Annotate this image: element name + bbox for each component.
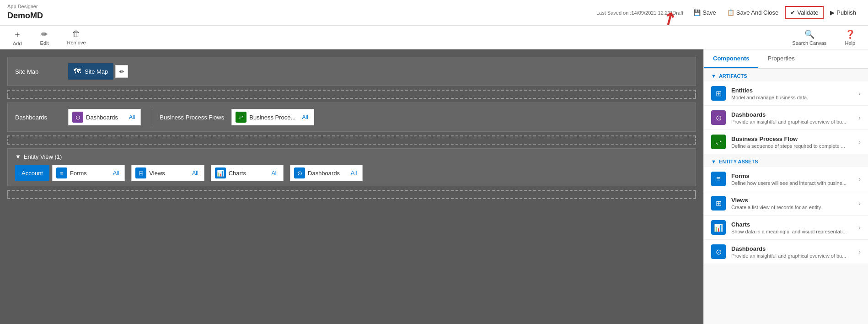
bpf-component-name: Business Proce... xyxy=(249,114,295,121)
dashboards-bpf-row: Dashboards ⊙ Dashboards All Business Pro… xyxy=(7,103,696,132)
dashboards2-all-link[interactable]: All xyxy=(349,169,359,177)
forms-all-link[interactable]: All xyxy=(111,169,121,177)
bpf-panel-item[interactable]: ⇌ Business Process Flow Define a sequenc… xyxy=(704,130,868,154)
entities-panel-title: Entities xyxy=(731,87,853,94)
forms-panel-item[interactable]: ≡ Forms Define how users will see and in… xyxy=(704,167,868,191)
right-panel: Components Properties ▼ ARTIFACTS ⊞ Enti… xyxy=(703,49,868,324)
sitemap-name: Site Map xyxy=(85,68,108,75)
dashboards-panel-icon: ⊙ xyxy=(711,110,726,125)
views-panel-icon: ⊞ xyxy=(711,196,726,211)
remove-button[interactable]: 🗑 Remove xyxy=(64,27,90,47)
separator-2 xyxy=(7,135,696,145)
add-button[interactable]: ＋ Add xyxy=(9,27,26,48)
edit-button[interactable]: ✏ Edit xyxy=(37,27,53,48)
views-component[interactable]: ⊞ Views All xyxy=(131,165,204,181)
app-name: DemoMD xyxy=(7,11,43,21)
charts-chevron-icon: › xyxy=(858,224,861,231)
sitemap-icon: 🗺 xyxy=(74,67,81,76)
bpf-component-icon: ⇌ xyxy=(236,112,246,123)
sitemap-edit-button[interactable]: ✏ xyxy=(115,65,128,78)
charts-panel-text: Charts Show data in a meaningful and vis… xyxy=(731,221,853,234)
entity-assets-collapse-icon: ▼ xyxy=(711,159,716,164)
charts-panel-desc: Show data in a meaningful and visual rep… xyxy=(731,229,853,234)
views-panel-item[interactable]: ⊞ Views Create a list view of records fo… xyxy=(704,191,868,216)
charts-component-name: Charts xyxy=(229,170,265,177)
sitemap-box: 🗺 Site Map xyxy=(68,63,113,80)
dashboards-all-link[interactable]: All xyxy=(127,113,137,121)
views-panel-title: Views xyxy=(731,197,853,204)
validate-button[interactable]: ✔ Validate xyxy=(785,6,824,19)
charts-component-icon: 📊 xyxy=(215,167,226,178)
dashboards-panel-item[interactable]: ⊙ Dashboards Provide an insightful and g… xyxy=(704,106,868,130)
charts-panel-icon: 📊 xyxy=(711,220,726,235)
dashboards-panel-desc: Provide an insightful and graphical over… xyxy=(731,119,853,124)
forms-panel-icon: ≡ xyxy=(711,172,726,186)
dashboards2-panel-item[interactable]: ⊙ Dashboards Provide an insightful and g… xyxy=(704,240,868,264)
main-layout: Site Map 🗺 Site Map ✏ Dashboards ⊙ Dashb… xyxy=(0,49,868,324)
last-saved-text: Last Saved on :14/09/2021 12:21*Draft xyxy=(596,10,683,16)
add-icon: ＋ xyxy=(13,29,21,40)
dashboards-component-icon: ⊙ xyxy=(72,112,83,123)
forms-chevron-icon: › xyxy=(858,175,861,183)
views-all-link[interactable]: All xyxy=(190,169,200,177)
validate-icon: ✔ xyxy=(790,9,795,16)
views-panel-desc: Create a list view of records for an ent… xyxy=(731,205,853,210)
app-label: App Designer xyxy=(7,4,38,9)
top-bar-actions: Last Saved on :14/09/2021 12:21*Draft 💾 … xyxy=(596,6,861,19)
dashboards2-component-name: Dashboards xyxy=(308,170,344,177)
edit-icon: ✏ xyxy=(41,29,48,39)
bpf-all-link[interactable]: All xyxy=(300,113,310,121)
dashboards2-panel-icon: ⊙ xyxy=(711,244,726,259)
dashboards2-panel-title: Dashboards xyxy=(731,245,853,252)
bpf-panel-text: Business Process Flow Define a sequence … xyxy=(731,135,853,149)
charts-component[interactable]: 📊 Charts All xyxy=(211,165,284,181)
forms-panel-text: Forms Define how users will see and inte… xyxy=(731,173,853,186)
entities-chevron-icon: › xyxy=(858,90,861,97)
bpf-row-label: Business Process Flows xyxy=(160,114,224,121)
dashboards2-component-icon: ⊙ xyxy=(294,167,305,178)
publish-button[interactable]: ▶ Publish xyxy=(825,6,861,19)
entities-panel-icon: ⊞ xyxy=(711,86,726,101)
save-button[interactable]: 💾 Save xyxy=(689,6,721,19)
bpf-component[interactable]: ⇌ Business Proce... All xyxy=(231,109,314,125)
search-canvas-button[interactable]: 🔍 Search Canvas xyxy=(788,27,830,48)
search-icon: 🔍 xyxy=(804,29,814,39)
dashboards-component[interactable]: ⊙ Dashboards All xyxy=(68,109,141,125)
entity-assets-section-title[interactable]: ▼ ENTITY ASSETS xyxy=(704,154,868,167)
dashboards-row-label: Dashboards xyxy=(15,114,61,121)
charts-all-link[interactable]: All xyxy=(270,169,279,177)
entities-panel-item[interactable]: ⊞ Entities Model and manage business dat… xyxy=(704,81,868,106)
forms-panel-title: Forms xyxy=(731,173,853,179)
entity-collapse-icon[interactable]: ▼ xyxy=(15,153,21,160)
remove-icon: 🗑 xyxy=(72,29,80,39)
entities-panel-text: Entities Model and manage business data. xyxy=(731,87,853,100)
save-icon: 💾 xyxy=(693,9,701,16)
bpf-panel-desc: Define a sequence of steps required to c… xyxy=(731,143,853,149)
account-button[interactable]: Account xyxy=(15,165,49,181)
charts-panel-item[interactable]: 📊 Charts Show data in a meaningful and v… xyxy=(704,216,868,240)
sitemap-row: Site Map 🗺 Site Map ✏ xyxy=(7,57,696,86)
sitemap-row-label: Site Map xyxy=(15,68,61,75)
help-button[interactable]: ❓ Help xyxy=(841,27,859,48)
entity-header: ▼ Entity View (1) xyxy=(15,153,688,160)
forms-component[interactable]: ≡ Forms All xyxy=(52,165,125,181)
tab-properties[interactable]: Properties xyxy=(758,49,804,68)
separator-3 xyxy=(7,190,696,199)
dashboards2-panel-desc: Provide an insightful and graphical over… xyxy=(731,253,853,259)
forms-panel-desc: Define how users will see and interact w… xyxy=(731,180,853,186)
forms-component-icon: ≡ xyxy=(56,167,67,178)
entity-section-label: Entity View (1) xyxy=(24,153,62,160)
views-panel-text: Views Create a list view of records for … xyxy=(731,197,853,210)
artifacts-section-title[interactable]: ▼ ARTIFACTS xyxy=(704,69,868,81)
dashboards-panel-title: Dashboards xyxy=(731,111,853,118)
dashboards2-component[interactable]: ⊙ Dashboards All xyxy=(290,165,363,181)
entity-row: Account ≡ Forms All ⊞ Views All 📊 Charts… xyxy=(15,165,688,181)
tab-components[interactable]: Components xyxy=(704,49,758,68)
dashboards-panel-text: Dashboards Provide an insightful and gra… xyxy=(731,111,853,124)
dashboards2-chevron-icon: › xyxy=(858,248,861,255)
top-bar: App Designer DemoMD Last Saved on :14/09… xyxy=(0,0,868,26)
save-close-button[interactable]: 📋 Save And Close xyxy=(723,6,783,19)
entity-section: ▼ Entity View (1) Account ≡ Forms All ⊞ … xyxy=(7,148,696,186)
forms-component-name: Forms xyxy=(70,170,107,177)
views-component-icon: ⊞ xyxy=(135,167,146,178)
